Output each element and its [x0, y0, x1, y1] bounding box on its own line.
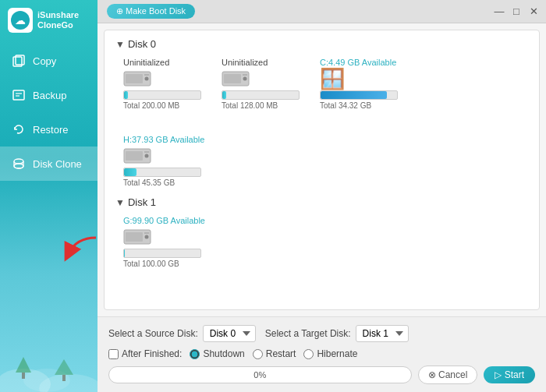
svg-rect-15	[22, 373, 25, 379]
app-logo: ☁ iSunshare CloneGo	[0, 0, 98, 41]
target-selector-group: Select a Target Disk: Disk 0 Disk 1	[265, 325, 409, 342]
main-content: ⊕ Make Boot Disk — □ ✕ ▼ Disk 0 Uninitia…	[98, 0, 546, 392]
target-label: Select a Target Disk:	[265, 328, 351, 339]
c-label: C:4.49 GB Available	[320, 58, 396, 67]
maximize-button[interactable]: □	[510, 5, 523, 18]
shutdown-radio[interactable]	[190, 349, 200, 359]
disk-0-section: ▼ Disk 0 Uninitialized	[115, 38, 528, 187]
progress-row: 0% ⊗ Cancel ▷ Start	[108, 366, 535, 384]
hdd-icon-uninit2	[222, 69, 250, 89]
target-select[interactable]: Disk 0 Disk 1	[356, 325, 409, 342]
start-button[interactable]: ▷ Start	[484, 366, 535, 383]
disk-item-uninit2: Uninitialized Total 128.00 MB	[222, 58, 307, 110]
bottom-area: Select a Source Disk: Disk 0 Disk 1 Sele…	[98, 316, 546, 392]
svg-marker-13	[16, 357, 31, 373]
restart-option[interactable]: Restart	[253, 348, 296, 359]
restore-icon	[11, 122, 27, 137]
disk-0-header: ▼ Disk 0	[115, 38, 528, 50]
logo-text: iSunshare CloneGo	[37, 10, 79, 30]
shutdown-label: Shutdown	[203, 348, 244, 359]
svg-rect-22	[224, 74, 241, 83]
after-finished-label: After Finished:	[122, 348, 182, 359]
uninit1-total: Total 200.00 MB	[123, 101, 179, 110]
copy-icon	[11, 53, 27, 69]
after-finished-checkbox[interactable]	[108, 349, 119, 359]
uninit2-total: Total 128.00 MB	[222, 101, 278, 110]
disk-item-g: G:99.90 GB Available Total 100.00 GB	[123, 216, 209, 268]
c-bar	[320, 90, 398, 100]
hdd-icon-uninit1	[123, 69, 151, 89]
sidebar-decor	[0, 330, 98, 392]
svg-point-7	[14, 159, 23, 164]
hdd-icon-h	[123, 146, 151, 166]
arrow-decoration	[61, 234, 104, 267]
make-boot-button[interactable]: ⊕ Make Boot Disk	[107, 4, 195, 19]
svg-rect-16	[62, 375, 66, 381]
sidebar-backup-label: Backup	[33, 90, 66, 101]
sidebar-item-backup[interactable]: Backup	[0, 78, 98, 112]
windows-icon: 🪟	[320, 69, 345, 89]
disk-0-items: Uninitialized Total 200.00 MB	[115, 58, 528, 187]
svg-rect-30	[126, 232, 143, 242]
uninit1-fill	[124, 91, 128, 99]
source-selector-group: Select a Source Disk: Disk 0 Disk 1	[108, 325, 256, 342]
sidebar-item-copy[interactable]: Copy	[0, 44, 98, 78]
svg-text:☁: ☁	[15, 14, 26, 26]
g-bar	[123, 249, 201, 258]
backup-icon	[11, 87, 27, 103]
title-bar: ⊕ Make Boot Disk — □ ✕	[98, 0, 546, 23]
uninit2-bar	[222, 90, 300, 100]
sidebar-item-restore[interactable]: Restore	[0, 112, 98, 147]
sidebar-nav: Copy Backup	[0, 44, 98, 181]
source-select[interactable]: Disk 0 Disk 1	[203, 325, 256, 342]
uninit1-bar	[123, 90, 201, 100]
disk-1-items: G:99.90 GB Available Total 100.00 GB	[115, 216, 528, 268]
minimize-button[interactable]: —	[493, 5, 505, 18]
svg-point-27	[145, 154, 149, 158]
hibernate-option[interactable]: Hibernate	[303, 348, 357, 359]
cancel-button[interactable]: ⊗ Cancel	[418, 366, 478, 384]
hibernate-label: Hibernate	[317, 348, 357, 359]
uninit2-fill	[222, 91, 226, 99]
sidebar-disk-clone-label: Disk Clone	[33, 158, 82, 170]
h-total: Total 45.35 GB	[123, 178, 175, 187]
sidebar-item-disk-clone[interactable]: Disk Clone	[0, 147, 98, 181]
svg-rect-18	[126, 74, 143, 83]
h-bar	[123, 168, 201, 177]
disk-clone-icon	[11, 156, 27, 171]
restart-label: Restart	[266, 348, 296, 359]
hibernate-radio[interactable]	[303, 349, 314, 359]
h-label: H:37.93 GB Available	[123, 135, 204, 144]
c-total-display: Total 34.32 GB	[320, 101, 371, 110]
disk-1-label: Disk 1	[128, 196, 156, 208]
sidebar: ☁ iSunshare CloneGo Copy	[0, 0, 98, 392]
svg-rect-4	[13, 90, 24, 100]
disk-item-c: C:4.49 GB Available 🪟 Total 45.35 GB Tot…	[320, 58, 406, 110]
svg-marker-14	[55, 359, 73, 375]
progress-bar: 0%	[108, 366, 412, 383]
uninit2-label: Uninitialized	[222, 58, 268, 67]
disk-1-chevron[interactable]: ▼	[115, 197, 125, 208]
disk-panel: ▼ Disk 0 Uninitialized	[104, 30, 540, 310]
disk-1-section: ▼ Disk 1 G:99.90 GB Available	[115, 196, 528, 268]
restart-radio[interactable]	[253, 349, 263, 359]
shutdown-option[interactable]: Shutdown	[190, 348, 244, 359]
g-total: Total 100.00 GB	[123, 260, 179, 268]
disk-item-h: H:37.93 GB Available Total 45.35 GB	[123, 135, 209, 187]
svg-point-8	[14, 164, 23, 168]
svg-point-23	[243, 77, 247, 81]
after-finished-row: After Finished: Shutdown Restart Hiberna…	[108, 348, 535, 359]
disk-1-header: ▼ Disk 1	[115, 196, 528, 208]
h-fill	[124, 168, 136, 176]
close-button[interactable]: ✕	[527, 5, 540, 18]
c-fill	[321, 91, 387, 99]
disk-0-chevron[interactable]: ▼	[115, 39, 125, 50]
hdd-icon-g	[123, 227, 151, 247]
logo-icon: ☁	[8, 8, 33, 33]
sidebar-restore-label: Restore	[33, 124, 69, 136]
after-finished-checkbox-label[interactable]: After Finished:	[108, 348, 182, 359]
progress-label: 0%	[254, 370, 266, 380]
app-window: ☁ iSunshare CloneGo Copy	[0, 0, 546, 392]
g-fill	[124, 249, 125, 257]
disk-selectors: Select a Source Disk: Disk 0 Disk 1 Sele…	[108, 325, 535, 342]
